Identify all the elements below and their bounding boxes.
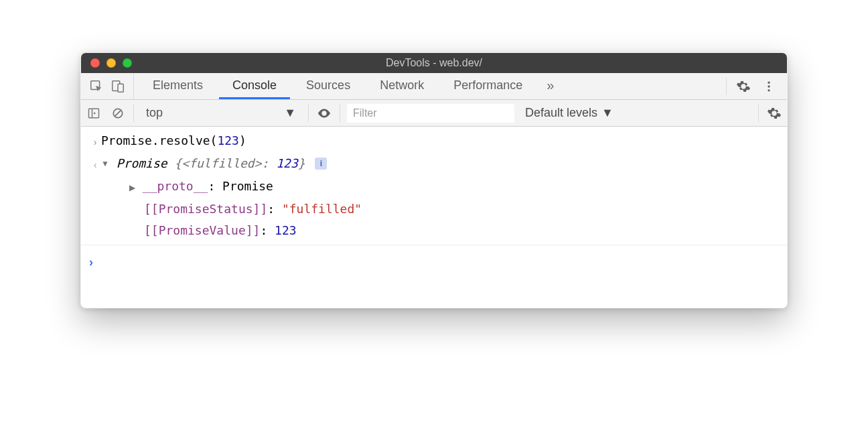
title-bar: DevTools - web.dev/	[81, 53, 787, 73]
internal-slot-key: [[PromiseValue]]	[144, 223, 260, 237]
console-toolbar: top ▼ Default levels ▼	[81, 100, 787, 127]
zoom-window-button[interactable]	[123, 58, 132, 68]
execution-context-selector[interactable]: top ▼	[141, 106, 301, 120]
svg-point-3	[768, 81, 770, 83]
console-settings-gear-icon[interactable]	[766, 105, 783, 122]
console-body: › Promise.resolve(123) ‹ ▼ Promise {<ful…	[81, 127, 787, 308]
angle: <	[182, 156, 189, 170]
device-toolbar-icon[interactable]	[109, 78, 127, 95]
console-result[interactable]: ‹ ▼ Promise {<fulfilled>: 123} i	[81, 154, 787, 176]
window-controls	[81, 58, 132, 68]
tab-elements[interactable]: Elements	[139, 73, 216, 99]
inspect-element-icon[interactable]	[88, 78, 105, 95]
input-chevron-icon: ›	[89, 131, 101, 152]
colon: :	[260, 223, 275, 237]
proto-value: Promise	[222, 179, 273, 193]
proto-key: __proto__	[143, 179, 208, 193]
tab-sources[interactable]: Sources	[293, 73, 364, 99]
settings-gear-icon[interactable]	[735, 78, 752, 95]
object-property-row[interactable]: [[PromiseValue]]: 123	[81, 221, 787, 245]
disclosure-triangle-down-icon[interactable]: ▼	[101, 154, 109, 174]
divider	[340, 105, 340, 122]
window-title: DevTools - web.dev/	[81, 57, 787, 69]
output-chevron-icon: ‹	[89, 154, 101, 175]
tabs-overflow[interactable]: »	[538, 73, 562, 99]
devtools-tabstrip: Elements Console Sources Network Perform…	[81, 73, 787, 100]
svg-point-4	[768, 85, 770, 87]
divider	[758, 105, 759, 122]
object-class: Promise	[117, 156, 167, 170]
console-prompt-chevron-icon[interactable]: ›	[81, 248, 787, 272]
angle: >	[255, 156, 262, 170]
tab-console[interactable]: Console	[219, 73, 290, 99]
clear-console-icon[interactable]	[109, 105, 127, 122]
promise-value-preview: 123	[276, 156, 298, 170]
brace: {	[167, 156, 182, 170]
divider	[133, 105, 134, 122]
object-property-row[interactable]: ▶ __proto__: Promise	[81, 176, 787, 199]
devtools-window: DevTools - web.dev/ Elements Console Sou…	[80, 52, 788, 308]
object-property-row[interactable]: [[PromiseStatus]]: "fulfilled"	[81, 199, 787, 221]
disclosure-triangle-right-icon[interactable]: ▶	[129, 178, 135, 198]
log-levels-label: Default levels	[525, 106, 597, 120]
code-text: )	[239, 133, 246, 147]
caret-down-icon: ▼	[284, 106, 296, 120]
kebab-menu-icon[interactable]	[760, 78, 778, 95]
live-expression-eye-icon[interactable]	[315, 105, 333, 122]
colon: :	[267, 202, 282, 216]
console-input-echo: › Promise.resolve(123)	[81, 131, 787, 154]
svg-rect-2	[118, 84, 123, 92]
promise-state: fulfilled	[189, 156, 255, 170]
svg-point-5	[768, 89, 770, 91]
caret-down-icon: ▼	[601, 106, 613, 120]
brace: }	[298, 156, 305, 170]
divider	[308, 105, 309, 122]
code-number: 123	[217, 133, 239, 147]
internal-slot-value: "fulfilled"	[282, 202, 362, 216]
info-badge-icon[interactable]: i	[315, 158, 327, 170]
code-text: Promise.resolve(	[101, 133, 217, 147]
internal-slot-value: 123	[275, 223, 297, 237]
toggle-console-sidebar-icon[interactable]	[85, 105, 102, 122]
console-filter-input[interactable]	[347, 104, 514, 123]
colon: :	[262, 156, 277, 170]
divider	[726, 78, 727, 95]
tab-performance[interactable]: Performance	[440, 73, 536, 99]
chevron-double-right-icon: »	[547, 78, 554, 93]
tab-network[interactable]: Network	[366, 73, 437, 99]
colon: :	[208, 179, 222, 193]
execution-context-label: top	[146, 106, 163, 120]
log-levels-selector[interactable]: Default levels ▼	[521, 106, 613, 120]
internal-slot-key: [[PromiseStatus]]	[144, 202, 267, 216]
minimize-window-button[interactable]	[106, 58, 116, 68]
close-window-button[interactable]	[90, 58, 100, 68]
